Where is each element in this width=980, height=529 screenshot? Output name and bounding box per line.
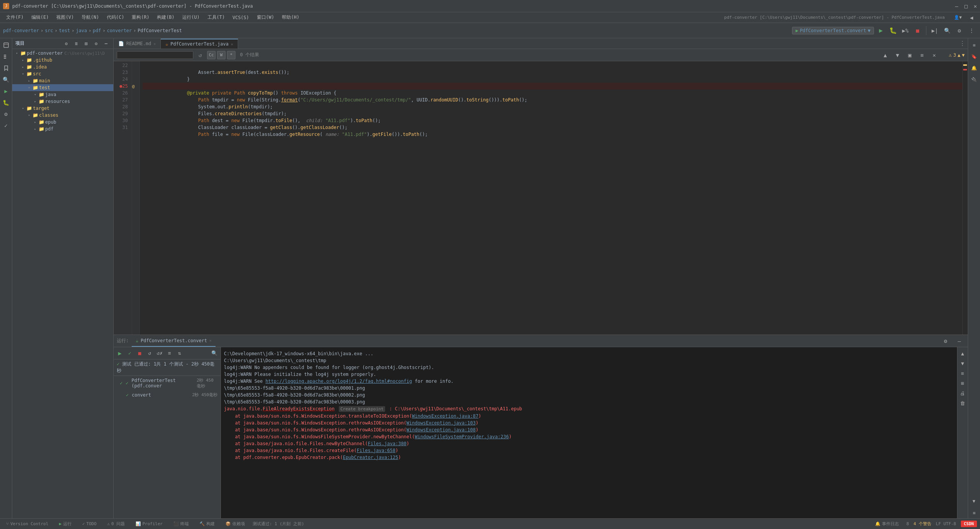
run-stop-btn[interactable]: ■ — [135, 349, 144, 358]
run-sort-btn[interactable]: ≡ — [165, 349, 174, 358]
forward-button[interactable]: ▶| — [929, 25, 940, 36]
menu-window[interactable]: 窗口(W) — [254, 13, 278, 21]
output-print-btn[interactable]: 🖨 — [958, 389, 967, 398]
status-deps-btn[interactable]: 📦 依赖项 — [222, 520, 248, 527]
status-todo-btn[interactable]: ✓ TODO — [79, 521, 100, 527]
output-down-btn[interactable]: ▼ — [958, 359, 967, 368]
run-search-btn[interactable]: 🔍 — [210, 349, 219, 358]
rt-notifications-icon[interactable]: 🔔 — [969, 63, 980, 73]
run-with-coverage-button[interactable]: ▶% — [900, 25, 911, 36]
run-rerun-btn[interactable]: ↺ — [145, 349, 154, 358]
run-tab-close[interactable]: ✕ — [209, 338, 212, 343]
search-down-btn[interactable]: ▼ — [892, 50, 903, 60]
out-link-winex103[interactable]: WindowsException.java:103 — [407, 420, 476, 426]
menu-navigate[interactable]: 导航(N) — [78, 13, 102, 21]
nav-pdf[interactable]: pdf — [93, 28, 101, 33]
menu-vcs[interactable]: VCS(S) — [229, 14, 252, 21]
run-config-selector[interactable]: ▶ PdfConverterTest.convert ▼ — [792, 27, 874, 34]
tree-resources[interactable]: ▸ 📁 resources — [12, 98, 113, 105]
output-wrap-btn[interactable]: ≡ — [958, 369, 967, 378]
menu-build[interactable]: 构建(B) — [154, 13, 178, 21]
run-sort2-btn[interactable]: ⇅ — [175, 349, 184, 358]
sidebar-debug-icon[interactable]: 🐛 — [1, 97, 11, 108]
stop-button[interactable]: ■ — [912, 25, 923, 36]
sidebar-bookmarks-icon[interactable] — [1, 63, 11, 73]
nav-src[interactable]: src — [45, 28, 53, 33]
status-vcs-btn[interactable]: ⑂ Version Control — [3, 521, 51, 527]
run-header-settings[interactable]: ⚙ — [940, 336, 951, 346]
tree-root[interactable]: ▾ 📁 pdf-converter C:\Users\gwj11\D — [12, 50, 113, 57]
tab-pdfconvertertest[interactable]: ☕ PdfConverterTest.java ✕ — [161, 39, 238, 49]
menu-run[interactable]: 运行(U) — [179, 13, 203, 21]
menu-help[interactable]: 帮助(H) — [279, 13, 302, 21]
status-issues-btn[interactable]: ⚠ 0 问题 — [104, 520, 128, 527]
out-link-winfs236[interactable]: WindowsFileSystemProvider.java:236 — [415, 434, 509, 439]
search-close-btn[interactable]: ✕ — [929, 50, 939, 60]
output-up-btn[interactable]: ▲ — [958, 349, 967, 358]
search-up-btn[interactable]: ▲ — [880, 50, 890, 60]
sidebar-run-icon[interactable]: ▶ — [1, 86, 11, 96]
sidebar-find-icon[interactable]: 🔍 — [1, 74, 11, 85]
search-word-btn[interactable]: W — [217, 51, 225, 59]
search-highlight-btn[interactable]: ▣ — [904, 50, 915, 60]
warning-up-icon[interactable]: ▲ — [958, 52, 960, 58]
search-multiline-btn[interactable]: ≡ — [916, 50, 927, 60]
out-link-files658[interactable]: Files.java:658 — [357, 448, 395, 453]
run-button[interactable]: ▶ — [875, 25, 886, 36]
status-terminal-btn[interactable]: ⬛ 终端 — [170, 520, 192, 527]
tree-epub[interactable]: ▸ 📁 epub — [12, 119, 113, 126]
status-profiler-btn[interactable]: 📊 Profiler — [132, 521, 166, 527]
close-button[interactable]: ✕ — [974, 3, 977, 9]
nav-test[interactable]: test — [59, 28, 70, 33]
run-tab-pdfconvertertest[interactable]: ☕ PdfConverterTest.convert ✕ — [132, 335, 216, 347]
project-minus-icon[interactable]: — — [102, 39, 110, 48]
out-link-winex87[interactable]: WindowsException.java:87 — [412, 413, 478, 419]
project-gear-icon[interactable]: ⚙ — [92, 39, 100, 48]
run-check-btn[interactable]: ✓ — [125, 349, 134, 358]
output-scroll-btn[interactable]: ⊞ — [958, 379, 967, 388]
run-test-class[interactable]: ✓ ✓ PdfConverterTest (pdf.conver 2秒 450毫… — [114, 376, 220, 390]
project-layout-icon[interactable]: ≡ — [72, 39, 80, 48]
menu-refactor[interactable]: 重构(R) — [129, 13, 152, 21]
sidebar-project-icon[interactable] — [1, 40, 11, 51]
run-header-close[interactable]: — — [954, 336, 965, 346]
nav-converter[interactable]: converter — [107, 28, 132, 33]
status-events-btn[interactable]: 🔔 事件日志 — [872, 520, 902, 527]
out-link-winex108[interactable]: WindowsException.java:108 — [407, 427, 476, 433]
csdn-btn[interactable]: CSDN — [961, 521, 977, 527]
sidebar-todo-icon[interactable]: ✓ — [1, 120, 11, 131]
tree-github[interactable]: ▸ 📁 .github — [12, 57, 113, 64]
tree-idea[interactable]: ▸ 📁 .idea — [12, 64, 113, 70]
rt-bottom2-icon[interactable]: ≡ — [969, 508, 980, 518]
tab-readme-close[interactable]: ✕ — [154, 42, 156, 46]
out-link-log4j[interactable]: http://logging.apache.org/log4j/1.2/faq.… — [265, 379, 412, 384]
more-button[interactable]: ⋮ — [966, 25, 977, 36]
warning-down-icon[interactable]: ▼ — [962, 52, 965, 58]
menu-file[interactable]: 文件(F) — [3, 13, 27, 21]
project-settings-icon[interactable]: ⚙ — [62, 39, 70, 48]
settings-button[interactable]: ⚙ — [954, 25, 965, 36]
project-scroll-icon[interactable]: ⊞ — [82, 39, 90, 48]
menu-tools[interactable]: 工具(T) — [204, 13, 228, 21]
search-regex-btn[interactable]: * — [227, 51, 235, 59]
tree-java[interactable]: ▾ 📁 java — [12, 91, 113, 98]
rt-bookmark-icon[interactable]: 🔖 — [969, 51, 980, 62]
profile-button[interactable]: 👤▼ — [952, 12, 963, 23]
tree-src[interactable]: ▾ 📁 src — [12, 70, 113, 77]
nav-pdf-converter[interactable]: pdf-converter — [3, 28, 39, 33]
tab-more-button[interactable]: ⋮ — [957, 38, 968, 49]
maximize-button[interactable]: □ — [964, 3, 967, 9]
status-run-btn[interactable]: ▶ 运行 — [56, 520, 75, 527]
nav-java[interactable]: java — [76, 28, 87, 33]
menu-edit[interactable]: 编辑(E) — [28, 13, 52, 21]
sidebar-services-icon[interactable]: ⚙ — [1, 109, 11, 119]
rt-bottom1-icon[interactable]: ▶ — [969, 496, 980, 507]
rt-plugins-icon[interactable]: 🔌 — [969, 74, 980, 85]
menu-view[interactable]: 视图(V) — [53, 13, 77, 21]
tab-readme[interactable]: 📄 README.md ✕ — [114, 39, 161, 49]
search-case-btn[interactable]: Cc — [207, 51, 216, 59]
status-build-btn[interactable]: 🔨 构建 — [196, 520, 218, 527]
minimize-button[interactable]: — — [955, 3, 958, 9]
tree-main[interactable]: ▸ 📁 main — [12, 77, 113, 84]
back-button[interactable]: ◀ — [966, 12, 977, 23]
